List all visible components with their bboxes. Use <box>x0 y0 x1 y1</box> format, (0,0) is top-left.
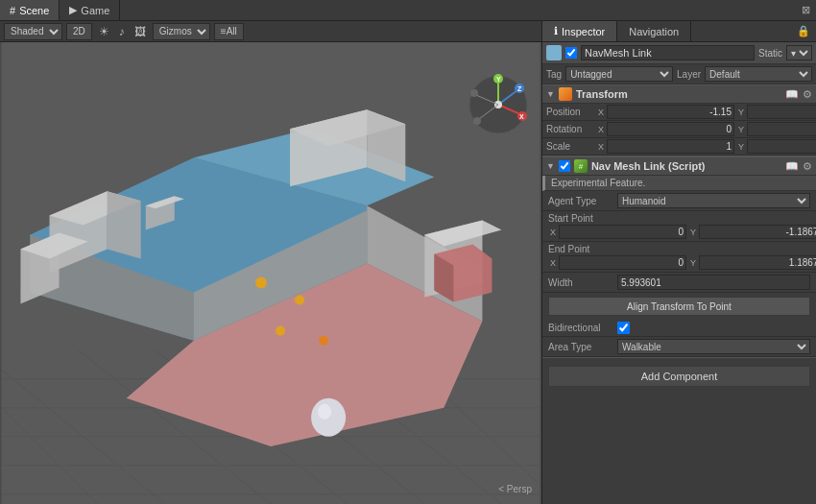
scale-label: Scale <box>546 141 596 152</box>
tag-select[interactable]: Untagged <box>565 66 673 82</box>
end-point-xyz: X Y Z <box>548 255 810 270</box>
navmesh-book-icon[interactable]: 📖 <box>785 160 799 173</box>
pos-y-label: Y <box>736 108 746 117</box>
end-point-label: End Point <box>548 244 810 254</box>
scale-row: Scale X Y Z <box>542 138 816 156</box>
scale-x-label: X <box>596 142 606 152</box>
scene-tab-icon: # <box>10 5 15 16</box>
static-dropdown[interactable]: ▾ <box>786 45 812 60</box>
width-row: Width <box>542 273 816 293</box>
obj-name-input[interactable] <box>581 45 755 60</box>
start-x-input[interactable] <box>559 225 686 239</box>
position-y-field: Y <box>736 105 816 119</box>
svg-point-35 <box>276 326 285 336</box>
start-x-label: X <box>548 228 558 237</box>
transform-title: Transform <box>576 88 781 100</box>
rotation-y-field: Y <box>736 122 816 136</box>
transform-section-header[interactable]: ▼ Transform 📖 ⚙ <box>542 84 816 104</box>
persp-label: < Persp <box>498 484 532 494</box>
rotation-x-field: X <box>596 122 734 136</box>
bidirectional-checkbox[interactable] <box>617 322 630 334</box>
scale-y-label: Y <box>736 142 746 152</box>
rotation-row: Rotation X Y Z <box>542 121 816 138</box>
navmesh-gear-icon[interactable]: ⚙ <box>803 160 812 173</box>
scale-x-field: X <box>596 139 734 154</box>
end-y-label: Y <box>688 258 698 268</box>
shading-select[interactable]: Shaded <box>4 23 62 40</box>
bidirectional-row: Bidirectional <box>542 320 816 337</box>
start-y-field: Y <box>688 225 816 239</box>
rot-x-input[interactable] <box>607 122 734 136</box>
end-x-input[interactable] <box>559 255 686 270</box>
inspector-tab[interactable]: ℹ Inspector <box>542 21 617 41</box>
agent-type-row: Agent Type Humanoid <box>542 191 816 211</box>
maximize-btn[interactable]: ⊠ <box>796 0 816 20</box>
navmesh-script-icon: # <box>574 159 588 173</box>
agent-type-label: Agent Type <box>548 196 613 206</box>
navmesh-title: Nav Mesh Link (Script) <box>591 160 781 172</box>
transform-icon <box>559 87 572 101</box>
scale-y-field: Y <box>736 139 816 154</box>
pos-y-input[interactable] <box>747 105 816 119</box>
transform-book-icon[interactable]: 📖 <box>785 88 799 101</box>
area-type-row: Area Type Walkable <box>542 337 816 357</box>
end-x-label: X <box>548 258 558 268</box>
position-row: Position X Y Z <box>542 104 816 121</box>
gizmos-select[interactable]: Gizmos <box>153 23 210 40</box>
end-y-input[interactable] <box>699 255 816 270</box>
svg-point-34 <box>295 296 304 305</box>
svg-point-33 <box>255 277 267 289</box>
inspector-panel: ℹ Inspector Navigation 🔒 Static ▾ Tag <box>541 21 816 504</box>
area-type-select[interactable]: Walkable <box>617 339 810 354</box>
navmesh-arrow-icon: ▼ <box>546 161 555 171</box>
game-tab-icon: ▶ <box>69 4 77 16</box>
align-transform-btn[interactable]: Align Transform To Point <box>548 297 810 316</box>
scene-canvas: Y Z X < <box>0 42 541 504</box>
audio-icon[interactable]: ♪ <box>116 25 128 38</box>
inspector-icon: ℹ <box>554 25 558 37</box>
game-tab[interactable]: ▶ Game <box>60 0 120 20</box>
start-point-label: Start Point <box>548 213 810 224</box>
pos-x-label: X <box>596 108 606 117</box>
navigation-tab[interactable]: Navigation <box>617 21 691 41</box>
obj-icon <box>546 45 562 60</box>
svg-point-38 <box>318 404 331 420</box>
scene-viewport[interactable]: Shaded 2D ☀ ♪ 🖼 Gizmos ≡ All <box>0 21 541 504</box>
width-input[interactable] <box>617 275 810 290</box>
light-icon[interactable]: ☀ <box>96 25 112 38</box>
inspector-body: Static ▾ Tag Untagged Layer Default ▼ <box>542 42 816 504</box>
rotation-label: Rotation <box>546 124 596 134</box>
transform-gear-icon[interactable]: ⚙ <box>803 88 812 101</box>
transform-arrow-icon: ▼ <box>546 89 555 99</box>
area-type-label: Area Type <box>548 342 613 352</box>
agent-type-select[interactable]: Humanoid <box>617 193 810 208</box>
rot-y-input[interactable] <box>747 122 816 136</box>
position-label: Position <box>546 107 596 117</box>
end-x-field: X <box>548 255 686 270</box>
end-point-group: End Point X Y Z <box>542 242 816 273</box>
inspector-tabs: ℹ Inspector Navigation 🔒 <box>542 21 816 42</box>
navmesh-section-header[interactable]: ▼ # Nav Mesh Link (Script) 📖 ⚙ <box>542 156 816 176</box>
game-tab-label: Game <box>81 5 109 16</box>
navmesh-active-checkbox[interactable] <box>559 160 570 172</box>
scale-y-input[interactable] <box>747 139 816 154</box>
start-y-label: Y <box>688 228 698 237</box>
scale-x-input[interactable] <box>607 139 734 154</box>
svg-marker-21 <box>108 191 141 258</box>
all-btn[interactable]: ≡ All <box>214 23 244 40</box>
sky-icon[interactable]: 🖼 <box>132 25 149 38</box>
layer-select[interactable]: Default <box>705 66 812 82</box>
add-component-btn[interactable]: Add Component <box>548 366 810 387</box>
rot-y-label: Y <box>736 125 746 134</box>
start-y-input[interactable] <box>699 225 816 239</box>
scene-toolbar: Shaded 2D ☀ ♪ 🖼 Gizmos ≡ All <box>0 21 541 42</box>
layer-label: Layer <box>677 69 701 80</box>
obj-active-checkbox[interactable] <box>565 47 577 59</box>
scale-xyz-group: X Y Z <box>596 139 816 154</box>
navigation-tab-label: Navigation <box>629 26 679 37</box>
lock-btn[interactable]: 🔒 <box>791 21 816 41</box>
pos-x-input[interactable] <box>607 105 734 119</box>
scene-tab[interactable]: # Scene <box>0 0 60 20</box>
2d-btn[interactable]: 2D <box>66 23 92 40</box>
start-point-group: Start Point X Y Z <box>542 211 816 242</box>
